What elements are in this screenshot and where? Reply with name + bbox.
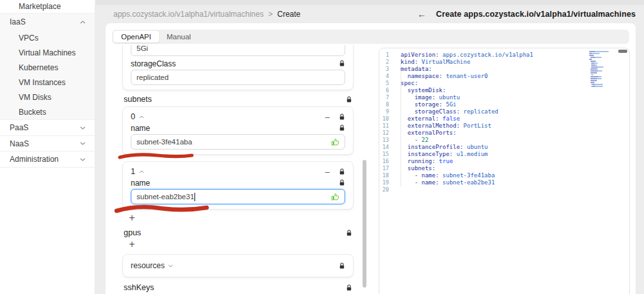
subnet-1-name-input[interactable]: subnet-eab2be31 [131,189,345,204]
sidebar-item-buckets[interactable]: Buckets [0,104,95,119]
code-line[interactable]: 16 running: true [379,158,629,165]
thumbs-up-icon[interactable] [331,138,339,146]
subnet-item-index: 0 [131,112,135,121]
sidebar-group-header-administration[interactable]: Administration [0,152,95,168]
storage-value: 5Gi [137,45,339,52]
lock-icon[interactable] [339,60,345,67]
annotation-stroke-1 [118,150,202,161]
system-disk-card: 5Gi storageClass replicated [122,45,354,90]
name-label: name [131,124,150,133]
code-line[interactable]: 12 externalPorts: [379,130,629,137]
lock-icon[interactable] [339,179,345,186]
resources-label: resources [131,261,165,270]
sshkeys-label-row: sshKeys [124,283,352,292]
code-line[interactable]: 13 - 22 [379,137,629,144]
resources-expander[interactable]: resources [131,260,173,271]
sidebar-item-label: Virtual Machines [19,48,76,57]
sidebar-item-label: VM Instances [19,78,66,87]
code-line[interactable]: 8 storage: 5Gi [379,101,629,108]
lock-icon[interactable] [339,262,345,270]
code-line[interactable]: 18 - name: subnet-3fe41aba [379,172,629,179]
sidebar-item-kubernetes[interactable]: Kubernetes [0,60,95,75]
code-line[interactable]: 10 external: false [379,115,629,122]
editor-scrollbar-thumb[interactable] [618,50,627,53]
code-line[interactable]: 14 instanceProfile: ubuntu [379,144,629,151]
thumbs-up-icon[interactable] [331,193,339,201]
form-scroll-area: 5Gi storageClass replicated subnets [113,45,359,294]
sidebar-group-header-paas[interactable]: PaaS [0,120,95,136]
lock-icon[interactable] [339,168,345,175]
top-strip [96,0,644,5]
code-line[interactable]: 9 storageClass: replicated [379,108,629,115]
code-line[interactable]: 11 externalMethod: PortList [379,122,629,130]
sidebar-group-label: PaaS [10,123,28,132]
name-label: name [131,179,150,188]
sidebar-group-label: IaaS [10,17,26,26]
chevron-up-icon[interactable] [139,115,144,119]
subnets-label-row: subnets [124,95,352,104]
code-line[interactable]: 17 subnets: [379,165,629,172]
chevron-up-icon [80,21,86,24]
storage-class-label: storageClass [131,59,176,68]
text-cursor [194,193,195,201]
lock-icon[interactable] [339,113,345,121]
tab-openapi[interactable]: OpenAPI [113,31,159,43]
sidebar-group-header-naas[interactable]: NaaS [0,136,95,152]
chevron-down-icon [80,142,86,145]
form-scrollbar-thumb[interactable] [363,160,366,288]
code-line[interactable]: 15 instanceType: u1.medium [379,151,629,158]
lock-icon[interactable] [346,96,352,103]
code-line[interactable]: 7 image: ubuntu [379,94,629,101]
sidebar-group-label: Administration [10,155,59,164]
sidebar-item-virtual-machines[interactable]: Virtual Machines [0,45,95,60]
add-gpu-button[interactable]: + [126,239,138,250]
sidebar-item-vpcs[interactable]: VPCs [0,30,95,45]
subnet-item-0-card: 0 – name [122,106,354,155]
sidebar-item-marketplace[interactable]: Marketplace [0,0,95,14]
sidebar-item-label: VM Disks [19,93,52,102]
sidebar-item-label: VPCs [19,34,39,43]
breadcrumb-path-link[interactable]: apps.cozystack.io/v1alpha1/virtualmachin… [113,10,263,19]
storage-class-input[interactable]: replicated [131,70,345,85]
lock-icon[interactable] [346,230,352,237]
storage-class-label-row: storageClass [131,59,345,68]
code-line[interactable]: 19 - name: subnet-eab2be31 [379,179,629,186]
resources-card: resources [122,254,354,277]
name-label-row: name [131,124,345,132]
code-line[interactable]: 20 [379,186,629,193]
remove-item-button[interactable]: – [325,168,330,176]
back-arrow-icon[interactable]: ← [417,9,426,19]
add-subnet-button[interactable]: + [126,212,138,224]
gpus-label: gpus [124,228,141,237]
sidebar-item-vm-instances[interactable]: VM Instances [0,75,95,90]
page-header: ← Create apps.cozystack.io/v1alpha1/virt… [417,5,636,23]
lock-icon[interactable] [346,284,352,291]
yaml-editor[interactable]: 1apiVersion: apps.cozystack.io/v1alpha12… [379,48,630,294]
lock-icon[interactable] [339,124,345,132]
main-area: apps.cozystack.io/v1alpha1/virtualmachin… [96,0,644,294]
subnet-1-name-value: subnet-eab2be31 [137,193,194,201]
storage-class-value: replicated [137,74,339,81]
sidebar-item-label: Marketplace [19,2,61,11]
sidebar-item-vm-disks[interactable]: VM Disks [0,90,95,104]
chevron-down-icon [80,158,86,161]
chevron-down-icon [168,264,173,268]
sidebar-group-label: NaaS [10,139,29,148]
subnets-label: subnets [124,95,152,104]
breadcrumb: apps.cozystack.io/v1alpha1/virtualmachin… [113,5,301,23]
chevron-up-icon[interactable] [139,170,144,173]
subnet-0-name-value: subnet-3fe41aba [137,138,331,146]
subnet-0-name-input[interactable]: subnet-3fe41aba [131,134,345,150]
sidebar-group-header-iaas[interactable]: IaaS [0,14,95,30]
editor-minimap[interactable] [589,51,612,90]
page-title: Create apps.cozystack.io/v1alpha1/virtua… [436,10,636,19]
sidebar-item-label: Buckets [19,108,46,117]
tab-manual[interactable]: Manual [159,31,199,43]
storage-input[interactable]: 5Gi [131,45,345,56]
chevron-down-icon [80,126,86,130]
remove-item-button[interactable]: – [325,113,330,121]
content-panel: OpenAPI Manual 5Gi storageClass [106,23,636,294]
breadcrumb-separator: > [268,10,272,19]
name-label-row: name [131,179,345,187]
subnet-item-1-card: 1 – name [122,161,354,210]
